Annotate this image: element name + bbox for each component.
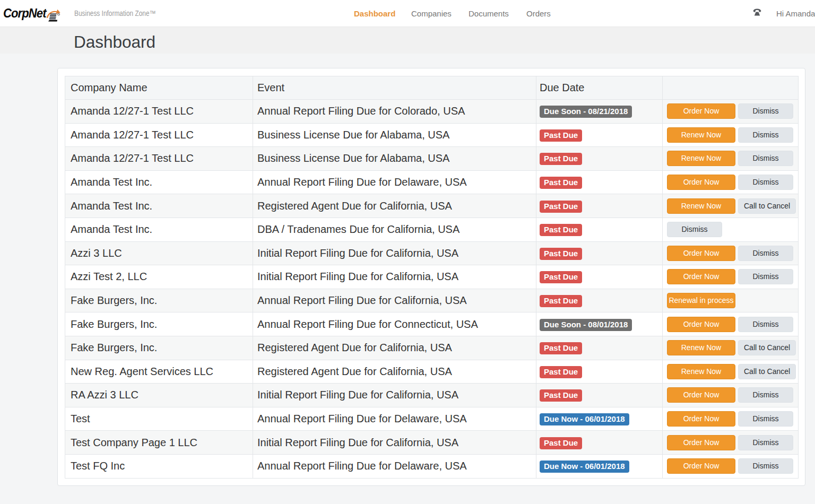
svg-text:R: R	[58, 13, 59, 15]
